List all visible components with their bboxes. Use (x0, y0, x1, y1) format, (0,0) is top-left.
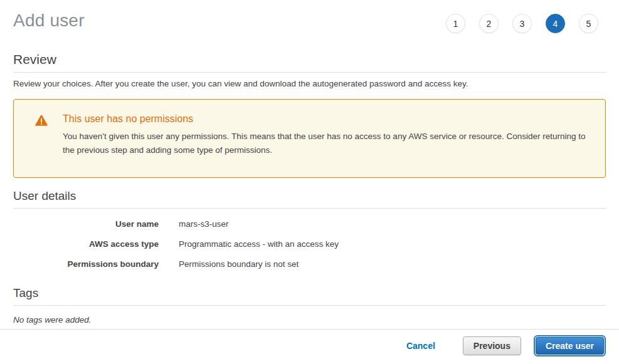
previous-button[interactable]: Previous (463, 336, 521, 355)
warning-title: This user has no permissions (63, 113, 586, 125)
user-name-value: mars-s3-user (179, 219, 229, 229)
table-row: Permissions boundary Permissions boundar… (13, 259, 606, 269)
review-heading: Review (13, 52, 606, 67)
user-details-heading: User details (13, 189, 606, 203)
step-4-indicator-active[interactable]: 4 (546, 14, 565, 33)
add-user-wizard-page: Add user 1 2 3 4 5 Review Review your ch… (0, 0, 619, 364)
aws-access-type-value: Programmatic access - with an access key (179, 239, 339, 249)
warning-body: You haven't given this user any permissi… (63, 130, 586, 158)
create-user-button-focus-ring[interactable]: Create user (534, 335, 606, 356)
page-title: Add user (13, 9, 85, 31)
no-permissions-warning-banner: This user has no permissions You haven't… (13, 99, 606, 178)
warning-text-block: This user has no permissions You haven't… (63, 113, 586, 158)
table-row: AWS access type Programmatic access - wi… (13, 239, 606, 249)
step-3-indicator[interactable]: 3 (512, 14, 532, 33)
user-details-section: User details User name mars-s3-user AWS … (13, 189, 606, 269)
review-divider (13, 72, 606, 73)
step-5-indicator[interactable]: 5 (579, 14, 598, 33)
user-name-label: User name (13, 219, 159, 229)
review-description: Review your choices. After you create th… (13, 79, 606, 88)
wizard-step-indicator: 1 2 3 4 5 (432, 9, 606, 33)
wizard-content: Review Review your choices. After you cr… (0, 33, 619, 329)
create-user-button[interactable]: Create user (536, 337, 604, 355)
wizard-footer: Cancel Previous Create user (0, 329, 619, 364)
review-section: Review Review your choices. After you cr… (13, 52, 606, 88)
step-1-indicator[interactable]: 1 (446, 14, 465, 33)
aws-access-type-label: AWS access type (13, 239, 159, 249)
permissions-boundary-value: Permissions boundary is not set (179, 259, 299, 269)
wizard-header: Add user 1 2 3 4 5 (0, 0, 619, 33)
user-details-divider (13, 208, 606, 209)
warning-triangle-icon (35, 115, 48, 128)
table-row: User name mars-s3-user (13, 219, 606, 229)
permissions-boundary-label: Permissions boundary (13, 259, 159, 269)
tags-empty-message: No tags were added. (13, 315, 606, 325)
tags-divider (13, 305, 606, 306)
step-2-indicator[interactable]: 2 (479, 14, 499, 33)
user-details-rows: User name mars-s3-user AWS access type P… (13, 219, 606, 269)
cancel-link[interactable]: Cancel (406, 341, 435, 351)
tags-section: Tags No tags were added. (13, 286, 606, 325)
tags-heading: Tags (13, 286, 606, 300)
